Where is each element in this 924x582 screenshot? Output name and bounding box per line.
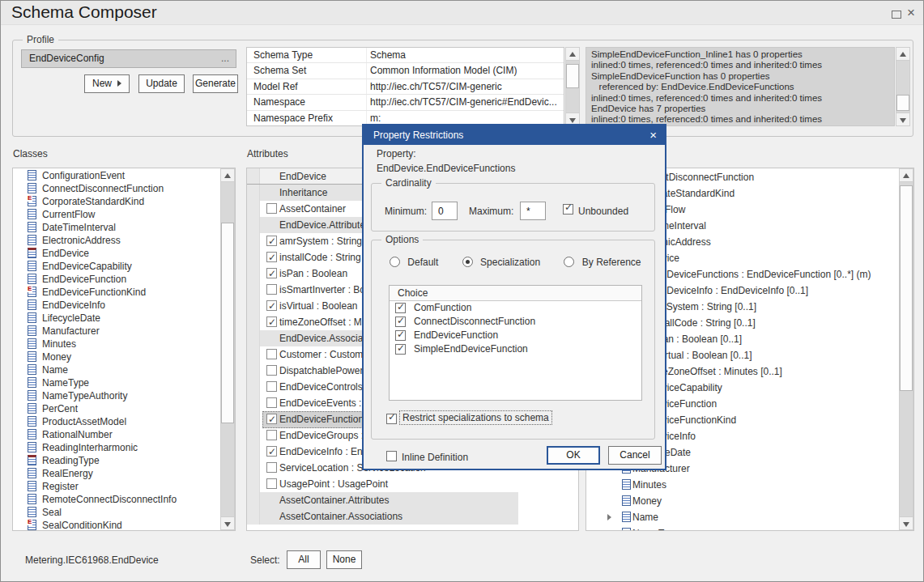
close-icon[interactable]: ×: [907, 4, 915, 22]
choice-checkbox[interactable]: [395, 316, 406, 327]
new-button[interactable]: New: [84, 74, 130, 93]
class-list-item[interactable]: NameTypeAuthority: [13, 389, 220, 402]
select-all-label: All: [298, 554, 309, 565]
class-list-item[interactable]: RemoteConnectDisconnectInfo: [13, 493, 220, 506]
arrow-down-icon: [900, 118, 906, 123]
option-radio[interactable]: Default: [390, 257, 438, 268]
class-list-item[interactable]: LifecycleDate: [13, 312, 220, 325]
table-row[interactable]: Schema Set Common Information Model (CIM…: [247, 63, 564, 79]
scroll-up-button[interactable]: [896, 48, 909, 61]
table-row[interactable]: Model Ref http://iec.ch/TC57/CIM-generic: [247, 79, 564, 95]
generate-button[interactable]: Generate: [193, 74, 238, 93]
attribute-row[interactable]: UsagePoint : UsagePoint: [247, 476, 578, 492]
class-list-item[interactable]: EndDeviceFunction: [13, 273, 220, 286]
select-all-button[interactable]: All: [287, 550, 321, 569]
maximum-input[interactable]: [520, 202, 546, 220]
table-scrollbar[interactable]: [565, 47, 580, 126]
class-list-item[interactable]: Money: [13, 350, 220, 363]
class-list-item[interactable]: Seal: [13, 506, 220, 519]
choice-checkbox[interactable]: [395, 303, 406, 313]
expand-arrow-icon[interactable]: [607, 530, 611, 531]
attribute-label: isVirtual : Boolean: [247, 298, 358, 314]
choice-item[interactable]: ConnectDisconnectFunction: [390, 315, 641, 329]
menu-arrow-icon: [117, 80, 121, 87]
option-radio[interactable]: Specialization: [462, 257, 540, 268]
class-list-item[interactable]: Name: [13, 363, 220, 376]
scroll-up-button[interactable]: [221, 169, 234, 182]
schema-tree-item[interactable]: NameType: [586, 525, 899, 531]
class-list-item[interactable]: RationalNumber: [13, 428, 220, 441]
class-list-item[interactable]: EndDeviceFunctionKind: [13, 286, 220, 299]
class-icon: [28, 183, 36, 193]
class-list-item[interactable]: ProductAssetModel: [13, 415, 220, 428]
restrict-checkbox[interactable]: [386, 414, 397, 424]
table-key: Schema Type: [247, 48, 367, 62]
attribute-row[interactable]: AssetContainer.Attributes: [247, 492, 578, 508]
update-button[interactable]: Update: [138, 74, 185, 93]
classes-scrollbar[interactable]: [220, 168, 235, 530]
class-list-item[interactable]: PerCent: [13, 402, 220, 415]
scroll-down-button[interactable]: [221, 516, 234, 529]
class-list-item[interactable]: SealConditionKind: [13, 519, 220, 531]
scrollbar-thumb[interactable]: [566, 64, 579, 88]
tree-scrollbar[interactable]: [899, 168, 913, 530]
check-icon: [396, 331, 405, 340]
window-titlebar: Schema Composer ×: [1, 1, 923, 25]
scroll-up-button[interactable]: [900, 169, 913, 182]
choice-checkbox[interactable]: [395, 344, 406, 355]
class-icon: [28, 442, 36, 452]
class-list-item[interactable]: Minutes: [13, 338, 220, 350]
scroll-up-button[interactable]: [566, 48, 579, 61]
class-list-item[interactable]: DateTimeInterval: [13, 221, 220, 234]
class-icon: [28, 364, 36, 375]
schema-tree-item[interactable]: Minutes: [586, 477, 899, 493]
select-none-button[interactable]: None: [326, 550, 362, 569]
profile-select[interactable]: EndDeviceConfig ...: [21, 49, 236, 68]
scroll-down-button[interactable]: [900, 516, 913, 529]
class-list-item[interactable]: ConfigurationEvent: [13, 169, 220, 182]
info-scrollbar[interactable]: [896, 47, 910, 126]
schema-tree-item[interactable]: Money: [586, 493, 899, 509]
class-icon: [28, 390, 36, 401]
profile-name: EndDeviceConfig: [22, 53, 104, 64]
class-list-item[interactable]: ElectronicAddress: [13, 234, 220, 247]
class-list-item[interactable]: Manufacturer: [13, 325, 220, 338]
choice-items: ComFunction ConnectDisconnectFunction: [390, 301, 641, 356]
ok-button[interactable]: OK: [547, 446, 600, 465]
class-list-item[interactable]: RealEnergy: [13, 467, 220, 480]
choice-item[interactable]: EndDeviceFunction: [390, 329, 641, 342]
class-list-item[interactable]: ReadingType: [13, 454, 220, 467]
option-radio[interactable]: By Reference: [564, 257, 641, 268]
choice-checkbox[interactable]: [395, 330, 406, 341]
class-list-item[interactable]: ConnectDisconnectFunction: [13, 182, 220, 195]
expand-arrow-icon[interactable]: [607, 514, 611, 520]
choice-item[interactable]: SimpleEndDeviceFunction: [390, 342, 641, 356]
class-list-item[interactable]: CurrentFlow: [13, 208, 220, 221]
scrollbar-thumb[interactable]: [221, 223, 234, 423]
arrow-up-icon: [900, 52, 906, 57]
unbounded-checkbox[interactable]: [563, 204, 573, 215]
table-row[interactable]: Namespace http://iec.ch/TC57/CIM-generic…: [247, 95, 564, 110]
maximize-icon[interactable]: [892, 11, 901, 19]
cancel-button[interactable]: Cancel: [608, 446, 662, 465]
class-list-item[interactable]: ReadingInterharmonic: [13, 441, 220, 454]
schema-tree-item[interactable]: Name: [586, 509, 899, 525]
property-label: Property:: [377, 148, 416, 159]
class-list-item[interactable]: EndDeviceCapability: [13, 260, 220, 273]
class-list-item[interactable]: NameType: [13, 376, 220, 389]
browse-button[interactable]: ...: [221, 50, 229, 67]
scrollbar-thumb[interactable]: [896, 95, 909, 111]
scrollbar-thumb[interactable]: [900, 185, 913, 391]
class-list-item[interactable]: Register: [13, 480, 220, 493]
class-list-item[interactable]: EndDeviceInfo: [13, 299, 220, 312]
inline-definition-checkbox[interactable]: [386, 451, 397, 461]
class-icon: [28, 312, 36, 323]
dialog-close-icon[interactable]: ×: [649, 125, 657, 145]
minimum-input[interactable]: [432, 202, 458, 220]
attribute-row[interactable]: AssetContainer.Associations: [247, 508, 578, 525]
class-list-item[interactable]: EndDevice: [13, 247, 220, 260]
choice-item[interactable]: ComFunction: [390, 301, 641, 315]
scroll-down-button[interactable]: [896, 113, 909, 125]
table-row[interactable]: Schema Type Schema: [247, 48, 564, 63]
class-list-item[interactable]: CorporateStandardKind: [13, 195, 220, 208]
